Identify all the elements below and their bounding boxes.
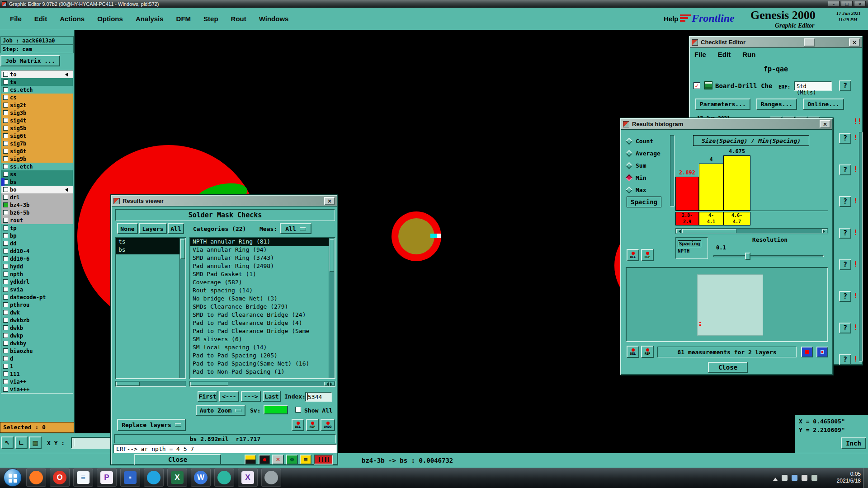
layer-row-dwkb[interactable]: dwkb (1, 324, 73, 332)
menu-edit[interactable]: Edit (28, 13, 53, 24)
layer-checkbox[interactable] (3, 110, 8, 115)
results-viewer-close-button[interactable]: × (324, 197, 335, 205)
taskbar-messenger-icon[interactable] (144, 469, 164, 487)
meas-dropdown[interactable]: All (280, 223, 311, 234)
results-viewer-titlebar[interactable]: Results viewer × (112, 196, 337, 206)
tray-network-icon[interactable] (792, 475, 797, 481)
layer-checkbox[interactable] (3, 72, 8, 77)
scroll-right-icon[interactable] (822, 229, 827, 233)
check-help-button[interactable]: ? (839, 164, 851, 175)
histogram-titlebar[interactable]: Results histogram × (621, 119, 832, 130)
index-input[interactable]: 5344 (305, 392, 332, 402)
results-category-item[interactable]: Pad to Pad Spacing(Same Net) (16) (190, 360, 329, 368)
layer-row-bp[interactable]: bp (1, 232, 73, 239)
window-titlebar[interactable]: Graphic Editor 9.07b2 (00@HY-HYCAM-PC411… (0, 0, 868, 8)
clear-measure-icon[interactable] (272, 455, 284, 465)
results-category-item[interactable]: Pad to Pad Clearance Bridge (Same (190, 328, 329, 336)
layer-view-icon[interactable] (801, 347, 813, 357)
layer-checkbox[interactable] (3, 103, 8, 108)
layer-row-to[interactable]: to (1, 70, 73, 78)
layer-row-dd10-6[interactable]: dd10-6 (1, 255, 73, 263)
nav-first-button[interactable]: First (198, 391, 217, 402)
nav-prev-button[interactable]: <--- (219, 391, 239, 402)
minimize-button[interactable]: – (828, 1, 840, 7)
layer-row-svia[interactable]: svia (1, 286, 73, 293)
layer-row-bz4-3b[interactable]: bz4-3b (1, 201, 73, 209)
axis-mode-label[interactable]: Spacing (627, 197, 661, 207)
categories-vscrollbar[interactable] (329, 238, 335, 378)
histogram-rep-button-2[interactable]: REP (641, 346, 654, 358)
tray-flag-icon[interactable] (811, 475, 817, 481)
pointer-tool-icon[interactable]: ↖ (1, 436, 14, 449)
results-category-item[interactable]: Coverage (582) (190, 279, 329, 287)
start-button[interactable] (4, 469, 22, 487)
layer-row-1[interactable]: 1 (1, 362, 73, 370)
scroll-thumb[interactable] (190, 382, 228, 386)
taskbar-clock[interactable]: 0:05 2021/6/18 (837, 471, 861, 484)
layer-row-cs[interactable]: cs (1, 94, 73, 101)
stat-option-sum[interactable]: Sum (627, 160, 669, 172)
layer-checkbox[interactable] (3, 364, 8, 369)
results-category-item[interactable]: No bridge (Same Net) (3) (190, 295, 329, 303)
layer-row-bs[interactable]: bs (1, 178, 73, 186)
layer-checkbox[interactable] (3, 141, 8, 146)
stat-option-average[interactable]: Average (627, 147, 669, 160)
layer-row-dd10-4[interactable]: dd10-4 (1, 247, 73, 255)
results-category-item[interactable]: SMDs Clearance Bridge (279) (190, 303, 329, 311)
check-help-button[interactable]: ? (839, 323, 851, 333)
layer-checkbox[interactable] (3, 318, 8, 323)
layer-checkbox[interactable] (3, 333, 8, 338)
layer-row-sig6t[interactable]: sig6t (1, 132, 73, 140)
nav-next-button[interactable]: ---> (241, 391, 261, 402)
layer-row-sig7b[interactable]: sig7b (1, 140, 73, 147)
layer-row-rout[interactable]: rout (1, 216, 73, 224)
nav-last-button[interactable]: Last (263, 391, 281, 402)
taskbar-browser-teal-icon[interactable] (214, 469, 234, 487)
histogram-close-button-bottom[interactable]: Close (708, 362, 748, 373)
layer-row-dd[interactable]: dd (1, 239, 73, 247)
layer-row-ydkdrl[interactable]: ydkdrl (1, 278, 73, 286)
layer-row-sig2t[interactable]: sig2t (1, 101, 73, 109)
close-button[interactable]: × (854, 1, 866, 7)
layer-checkbox[interactable] (3, 387, 8, 392)
delete-measure-button[interactable]: DEL (292, 419, 304, 431)
results-category-item[interactable]: NPTH annular Ring (81) (190, 238, 329, 246)
layers-vscrollbar[interactable] (179, 238, 185, 378)
results-category-item[interactable]: SMD to Pad Clearance Bridge (24) (190, 311, 329, 319)
filter-layers-button[interactable]: Layers (139, 223, 167, 234)
results-category-item[interactable]: SM local spacing (14) (190, 344, 329, 352)
histogram-rep-button[interactable]: REP (641, 249, 654, 261)
job-matrix-button[interactable]: Job Matrix ... (0, 55, 60, 66)
scroll-left-icon[interactable] (324, 382, 329, 386)
layer-checkbox[interactable] (3, 302, 8, 307)
layer-row-sig9b[interactable]: sig9b (1, 155, 73, 163)
layer-checkbox[interactable] (3, 87, 8, 92)
layer-checkbox[interactable] (3, 95, 8, 100)
layer-checkbox[interactable] (3, 256, 8, 261)
check-help-button[interactable]: ? (839, 196, 851, 207)
repair-measure-button[interactable]: REP (306, 419, 319, 431)
layer-checkbox[interactable] (3, 187, 8, 192)
layer-row-bo[interactable]: bo (1, 186, 73, 193)
layer-checkbox[interactable] (3, 210, 8, 215)
auto-zoom-dropdown[interactable]: Auto Zoom (196, 405, 245, 416)
layer-row-111[interactable]: 111 (1, 370, 73, 378)
layer-checkbox[interactable] (3, 356, 8, 361)
menu-options[interactable]: Options (91, 13, 129, 24)
layer-row-via++[interactable]: via++ (1, 378, 73, 385)
stat-option-min[interactable]: Min (627, 172, 669, 184)
scroll-left-icon[interactable] (676, 229, 681, 233)
taskbar-reader-p-icon[interactable]: P (97, 469, 117, 487)
histogram-hscrollbar[interactable] (675, 228, 828, 234)
scroll-thumb[interactable] (682, 229, 736, 233)
results-category-item[interactable]: Pad to Pad Clearance Bridge (4) (190, 319, 329, 328)
layers-hscrollbar[interactable] (115, 381, 186, 387)
taskbar-save-disk-icon[interactable]: ▪ (120, 469, 140, 487)
taskbar-excel-icon[interactable]: X (167, 469, 187, 487)
menu-analysis[interactable]: Analysis (129, 13, 170, 24)
results-category-item[interactable]: Pad to Non-Pad Spacing (1) (190, 368, 329, 376)
mask-toggle-icon[interactable] (245, 455, 256, 465)
check-help-button[interactable]: ? (839, 354, 851, 365)
check-help-button[interactable]: ? (839, 133, 851, 144)
taskbar-notepad-icon[interactable]: ≡ (73, 469, 93, 487)
